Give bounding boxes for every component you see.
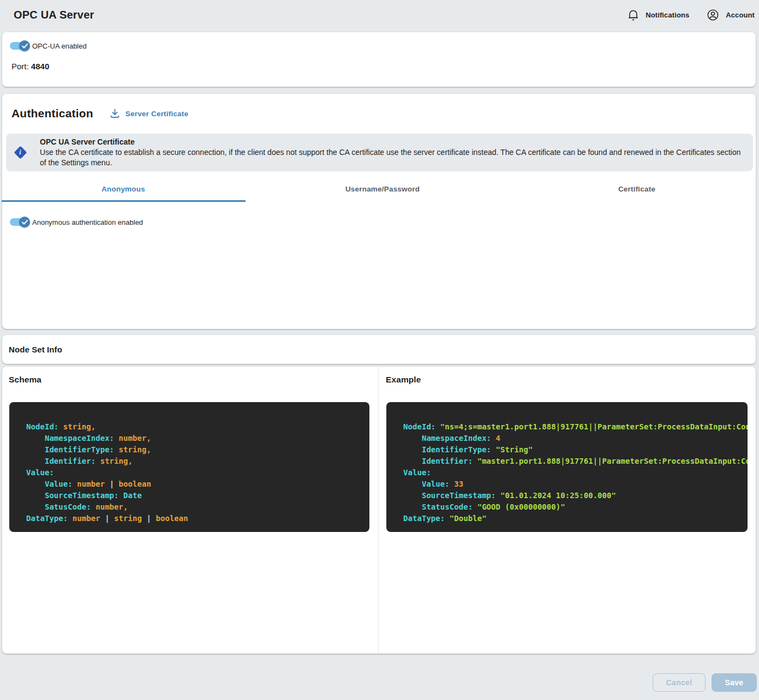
account-button[interactable]: Account <box>707 9 755 21</box>
code-line: DataType: "Double" <box>403 513 731 524</box>
server-card: OPC-UA enabled Port: 4840 <box>2 32 756 87</box>
banner-title: OPC UA Server Certificate <box>40 137 749 147</box>
nodeset-body-card: Schema Example NodeId: string, Namespace… <box>2 367 756 654</box>
download-icon <box>110 109 119 118</box>
example-title: Example <box>386 375 421 385</box>
save-button[interactable]: Save <box>712 673 757 692</box>
opcua-enabled-switch[interactable] <box>10 40 29 51</box>
code-line: NamespaceIndex: 4 <box>403 433 731 444</box>
schema-code-block: NodeId: string, NamespaceIndex: number, … <box>9 402 369 532</box>
notifications-label: Notifications <box>646 11 689 19</box>
port-row: Port: 4840 <box>11 62 49 71</box>
notifications-button[interactable]: Notifications <box>628 9 689 21</box>
code-line: IdentifierType: string, <box>26 444 352 456</box>
code-line: DataType: number | string | boolean <box>26 513 352 524</box>
anonymous-auth-switch[interactable] <box>10 217 29 228</box>
nodeset-title: Node Set Info <box>9 335 62 364</box>
check-icon <box>22 220 28 225</box>
code-line: NodeId: string, <box>26 421 352 433</box>
schema-title: Schema <box>9 375 41 385</box>
code-line: NamespaceIndex: number, <box>26 433 352 444</box>
certificate-info-banner: i OPC UA Server Certificate Use the CA c… <box>6 134 753 171</box>
code-line: SourceTimestamp: "01.01.2024 10:25:00.00… <box>403 490 731 501</box>
top-bar: OPC UA Server Notifications Account <box>0 0 759 30</box>
account-icon <box>707 9 719 21</box>
code-line: SatusCode: number, <box>26 501 352 513</box>
account-label: Account <box>726 11 755 19</box>
port-label: Port: <box>11 62 29 71</box>
port-value: 4840 <box>31 62 49 71</box>
bell-icon <box>628 9 638 21</box>
code-line: Value: <box>403 467 731 478</box>
info-icon: i <box>14 146 27 159</box>
tab-certificate[interactable]: Certificate <box>515 176 758 202</box>
authentication-card: Authentication Server Certificate i OPC … <box>2 94 756 329</box>
opcua-enabled-label: OPC-UA enabled <box>32 42 87 50</box>
nodeset-header-card: Node Set Info <box>2 335 756 364</box>
code-line: Value: <box>26 467 352 478</box>
anonymous-auth-label: Anonymous authentication enabled <box>32 218 143 226</box>
switch-thumb <box>19 217 30 228</box>
tab-anonymous[interactable]: Anonymous <box>2 176 245 202</box>
code-line: Identifier: string, <box>26 456 352 467</box>
banner-text: Use the CA certificate to establish a se… <box>40 147 749 168</box>
auth-tabs: AnonymousUsername/PasswordCertificate <box>2 176 756 202</box>
server-certificate-button[interactable]: Server Certificate <box>110 109 188 118</box>
code-line: StatusCode: "GOOD (0x00000000)" <box>403 501 731 513</box>
cancel-button[interactable]: Cancel <box>653 673 706 692</box>
page-title: OPC UA Server <box>14 9 94 21</box>
example-code-block: NodeId: "ns=4;s=master1.port1.888|917761… <box>386 402 748 532</box>
check-icon <box>22 44 28 49</box>
code-line: NodeId: "ns=4;s=master1.port1.888|917761… <box>403 421 731 433</box>
code-line: IdentifierType: "String" <box>403 444 731 456</box>
column-divider <box>378 367 379 654</box>
authentication-title: Authentication <box>11 107 93 120</box>
server-certificate-label: Server Certificate <box>125 110 188 118</box>
code-line: Value: 33 <box>403 478 731 490</box>
code-line: SourceTimestamp: Date <box>26 490 352 501</box>
tab-username-password[interactable]: Username/Password <box>261 176 504 202</box>
code-line: Value: number | boolean <box>26 478 352 490</box>
code-line: Identifier: "master1.port1.888|917761||P… <box>403 456 731 467</box>
switch-thumb <box>19 40 30 51</box>
